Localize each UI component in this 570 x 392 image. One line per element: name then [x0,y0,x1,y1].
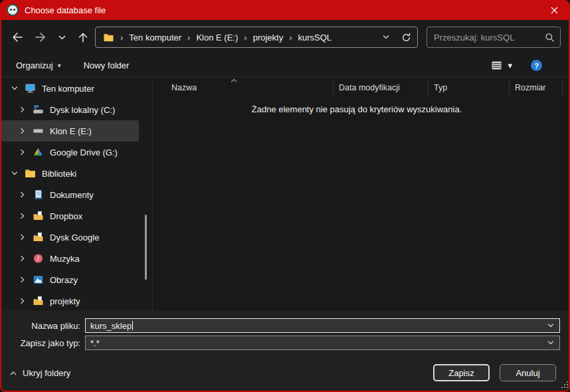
chevron-right-icon[interactable] [17,189,28,200]
chevron-down-icon[interactable] [9,83,20,94]
help-icon: ? [534,62,539,70]
chevron-right-icon[interactable] [17,296,28,306]
chevron-up-icon [9,369,17,377]
filetype-value: *.* [90,338,100,348]
text-caret [132,321,133,330]
sidebar-item-ten-komputer[interactable]: Ten komputer [1,78,139,99]
organize-button[interactable]: Organizuj ▾ [16,60,61,70]
google-drive-icon [33,147,44,158]
chevron-right-icon[interactable] [17,232,28,243]
breadcrumb-segment[interactable]: Ten komputer [128,33,183,43]
close-icon [550,6,559,15]
filetype-select[interactable]: *.* [85,336,560,350]
chevron-right-icon[interactable] [17,274,28,285]
chevron-down-icon[interactable] [9,168,20,179]
sidebar-item-muzyka[interactable]: ♪ Muzyka [1,248,139,269]
chevron-down-icon [382,33,390,41]
chevron-right-icon[interactable] [17,104,28,115]
sidebar-scrollbar[interactable] [145,215,147,280]
breadcrumb-segment[interactable]: projekty [252,33,285,43]
back-button[interactable] [9,29,25,45]
folder-files-icon [33,211,44,222]
documents-icon [33,189,44,201]
search-box[interactable] [427,27,561,48]
sort-ascending-icon [229,77,238,83]
save-button[interactable]: Zapisz [433,364,490,381]
folder-files-icon [33,232,44,243]
command-toolbar: Organizuj ▾ Nowy folder ▾ ? [1,54,569,77]
sidebar-item-dysk-google[interactable]: Dysk Google [1,227,139,248]
sidebar-item-label: Biblioteki [42,169,76,179]
filetype-label: Zapisz jako typ: [1,338,85,348]
sidebar-item-label: Muzyka [50,254,80,264]
sidebar-item-dropbox[interactable]: Dropbox [1,205,139,227]
cancel-button[interactable]: Anuluj [500,364,556,381]
sidebar-item-label: Klon E (E:) [50,126,92,136]
breadcrumb-separator-icon: › [239,33,251,43]
chevron-down-icon[interactable] [546,338,555,347]
sidebar-item-label: Dysk Google [50,233,99,243]
organize-label: Organizuj [16,60,53,70]
chevron-right-icon[interactable] [17,147,28,157]
details-view-icon [491,60,502,70]
magnifier-icon [545,33,555,43]
folder-icon [25,168,36,179]
sidebar-item-klon-e[interactable]: Klon E (E:) [1,120,139,142]
chevron-right-icon[interactable] [17,211,28,221]
resize-grip[interactable] [561,381,568,389]
recent-locations-button[interactable] [54,29,70,45]
breadcrumb-segment[interactable]: kursSQL [297,33,333,43]
column-header-rozmiar[interactable]: Rozmiar [510,80,563,95]
refresh-button[interactable] [399,30,413,45]
column-header-data-modyfikacji[interactable]: Data modyfikacji [333,80,428,95]
hide-folders-label: Ukryj foldery [23,368,70,378]
pictures-icon [33,274,44,286]
new-folder-button[interactable]: Nowy folder [84,60,130,70]
sidebar-item-projekty[interactable]: projekty [1,290,139,312]
search-input[interactable] [434,33,545,43]
sidebar-item-label: Ten komputer [42,84,94,94]
breadcrumb-separator-icon: › [284,33,296,43]
sidebar-item-obrazy[interactable]: Obrazy [1,269,139,290]
column-header-nazwa[interactable]: Nazwa [153,80,333,95]
filename-input[interactable]: kurs_sklep [85,318,560,333]
folder-icon [101,30,116,45]
chevron-down-icon[interactable] [546,321,555,330]
close-button[interactable] [545,2,563,18]
svg-text:♪: ♪ [37,255,41,262]
help-button[interactable]: ? [531,60,542,71]
sidebar-item-dokumenty[interactable]: Dokumenty [1,184,139,205]
chevron-right-icon[interactable] [17,126,28,136]
music-icon: ♪ [33,253,44,264]
new-folder-label: Nowy folder [84,60,130,70]
sidebar-item-label: Dropbox [50,211,82,221]
change-view-button[interactable]: ▾ [491,60,512,70]
address-dropdown-button[interactable] [379,30,393,45]
refresh-icon [401,33,411,43]
navigation-bar: › Ten komputer › Klon E (E:) › projekty … [1,20,569,54]
column-header-typ[interactable]: Typ [428,80,510,95]
sidebar-item-google-drive[interactable]: Google Drive (G:) [1,142,139,163]
arrow-right-icon [35,32,47,43]
chevron-down-icon: ▾ [508,60,512,70]
folder-tree-sidebar: Ten komputer Dysk lokalny (C:) Klon E (E… [1,78,153,311]
sidebar-item-biblioteki[interactable]: Biblioteki [1,163,139,184]
filename-value: kurs_sklep [90,321,132,331]
hide-folders-button[interactable]: Ukryj foldery [9,368,70,378]
dbeaver-app-icon [7,4,19,16]
column-header-row: Nazwa Data modyfikacji Typ Rozmiar [153,80,569,96]
chevron-down-icon [58,33,66,42]
content-area: Ten komputer Dysk lokalny (C:) Klon E (E… [1,78,569,311]
forward-button[interactable] [33,29,48,45]
address-bar[interactable]: › Ten komputer › Klon E (E:) › projekty … [95,27,418,48]
breadcrumb-segment[interactable]: Klon E (E:) [195,33,239,43]
sidebar-item-label: projekty [50,296,80,306]
breadcrumb-separator-icon: › [116,33,128,43]
up-button[interactable] [75,29,91,45]
chevron-down-icon: ▾ [58,62,61,69]
chevron-right-icon[interactable] [17,253,28,264]
sidebar-item-dysk-lokalny-c[interactable]: Dysk lokalny (C:) [1,99,139,120]
sidebar-item-label: Dysk lokalny (C:) [50,105,115,115]
filename-label: Nazwa pliku: [1,321,85,331]
title-bar[interactable]: Choose database file [0,0,570,20]
